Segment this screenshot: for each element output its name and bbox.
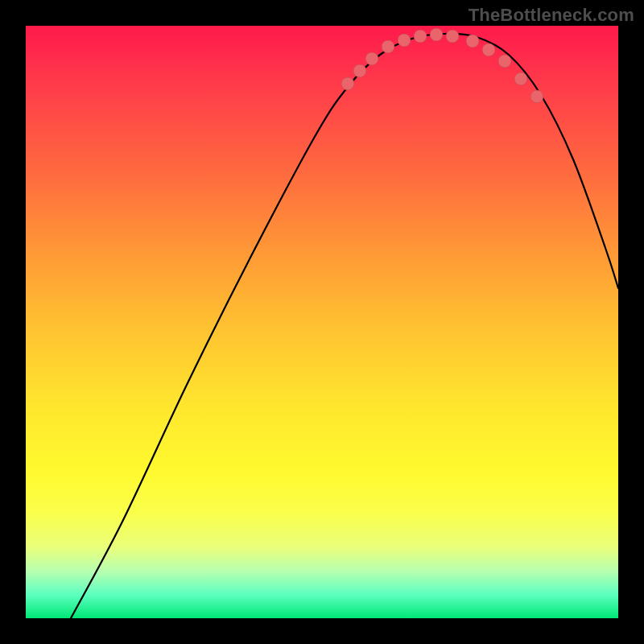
marker-dot [482, 43, 495, 56]
marker-dot [498, 55, 511, 68]
marker-dot [382, 40, 394, 53]
watermark-text: TheBottleneck.com [469, 5, 634, 26]
marker-dot [398, 34, 411, 47]
marker-group [341, 28, 543, 103]
marker-dot [430, 28, 443, 41]
marker-dot [446, 30, 459, 43]
bottleneck-curve-path [71, 34, 618, 618]
chart-plot-area [26, 26, 618, 618]
marker-dot [365, 52, 378, 65]
marker-dot [353, 64, 366, 77]
marker-dot [514, 72, 527, 85]
marker-dot [530, 90, 543, 103]
marker-dot [466, 35, 479, 47]
marker-dot [414, 30, 427, 43]
marker-dot [341, 77, 354, 90]
chart-svg [26, 26, 618, 618]
